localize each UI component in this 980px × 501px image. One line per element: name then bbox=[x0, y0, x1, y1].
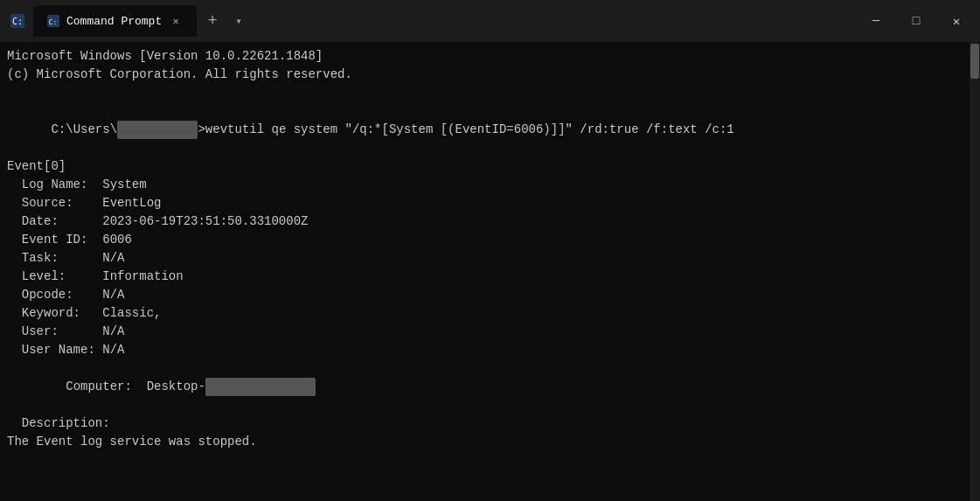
terminal-final-prompt: C:\Users\ > bbox=[7, 488, 973, 501]
terminal-computer-redacted bbox=[205, 378, 316, 396]
title-bar-left: C: C: Command Prompt ✕ + ▾ bbox=[3, 5, 856, 37]
terminal-desc-text: The Event log service was stopped. bbox=[7, 433, 973, 451]
tab-title: Command Prompt bbox=[66, 15, 162, 28]
terminal-event-id: Event ID: 6006 bbox=[7, 231, 973, 249]
close-button[interactable]: ✕ bbox=[936, 0, 977, 42]
new-tab-button[interactable]: + bbox=[200, 9, 225, 33]
tab-area: C: Command Prompt ✕ + ▾ bbox=[33, 5, 249, 37]
terminal-user-redacted bbox=[117, 121, 198, 139]
terminal-event-label: Event[0] bbox=[7, 157, 973, 176]
active-tab[interactable]: C: Command Prompt ✕ bbox=[33, 5, 197, 37]
terminal-task: Task: N/A bbox=[7, 249, 973, 268]
tab-dropdown-button[interactable]: ▾ bbox=[228, 10, 249, 31]
tab-cmd-icon: C: bbox=[47, 15, 59, 27]
maximize-button[interactable]: □ bbox=[896, 0, 936, 42]
terminal-prompt-pre: C:\Users\ bbox=[51, 122, 117, 136]
window-controls: ─ □ ✕ bbox=[856, 0, 977, 42]
terminal-window: C: C: Command Prompt ✕ + ▾ ─ □ ✕ bbox=[0, 0, 980, 501]
scrollbar-thumb[interactable] bbox=[970, 44, 979, 79]
scrollbar[interactable] bbox=[970, 42, 980, 501]
terminal-source: Source: EventLog bbox=[7, 194, 973, 212]
title-bar: C: C: Command Prompt ✕ + ▾ ─ □ ✕ bbox=[0, 0, 980, 42]
terminal-description: Description: bbox=[7, 414, 973, 433]
terminal-blank2 bbox=[7, 451, 973, 470]
terminal-user: User: N/A bbox=[7, 323, 973, 341]
terminal-body[interactable]: Microsoft Windows [Version 10.0.22621.18… bbox=[0, 42, 980, 501]
svg-text:C:: C: bbox=[12, 17, 23, 26]
terminal-log-name: Log Name: System bbox=[7, 176, 973, 194]
terminal-line-1: Microsoft Windows [Version 10.0.22621.18… bbox=[7, 47, 973, 66]
cmd-icon: C: bbox=[9, 12, 26, 30]
tab-close-button[interactable]: ✕ bbox=[169, 14, 183, 28]
terminal-computer: Computer: Desktop- bbox=[7, 359, 973, 414]
terminal-cmd: >wevtutil qe system "/q:*[System [(Event… bbox=[198, 122, 733, 136]
terminal-level: Level: Information bbox=[7, 268, 973, 286]
terminal-line-3: C:\Users\ >wevtutil qe system "/q:*[Syst… bbox=[7, 102, 973, 157]
terminal-user-name: User Name: N/A bbox=[7, 341, 973, 359]
terminal-keyword: Keyword: Classic, bbox=[7, 304, 973, 323]
minimize-button[interactable]: ─ bbox=[856, 0, 896, 42]
terminal-line-2: (c) Microsoft Corporation. All rights re… bbox=[7, 66, 973, 84]
terminal-opcode: Opcode: N/A bbox=[7, 286, 973, 304]
terminal-date: Date: 2023-06-19T23:51:50.3310000Z bbox=[7, 212, 973, 231]
terminal-computer-pre: Computer: Desktop- bbox=[51, 379, 205, 393]
terminal-blank3 bbox=[7, 470, 973, 488]
svg-text:C:: C: bbox=[49, 18, 57, 26]
terminal-line-blank1 bbox=[7, 84, 973, 102]
